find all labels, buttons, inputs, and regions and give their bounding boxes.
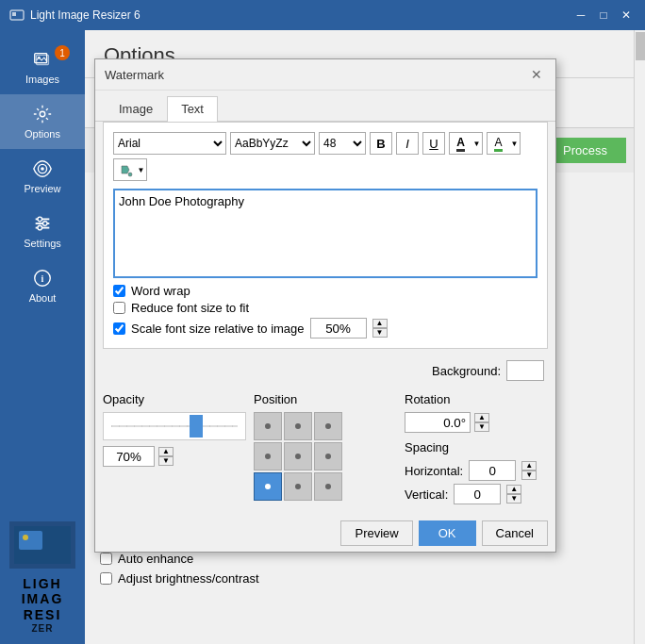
horizontal-spinner: ▲ ▼ — [521, 461, 537, 480]
sidebar-item-about-label: About — [29, 292, 57, 304]
watermark-color-button[interactable] — [113, 158, 136, 181]
italic-button[interactable]: I — [396, 132, 419, 155]
scale-font-label: Scale font size relative to image — [131, 322, 305, 336]
opacity-slider-container — [103, 412, 246, 440]
svg-rect-17 — [19, 531, 42, 550]
images-badge: 1 — [55, 45, 70, 60]
horizontal-label: Horizontal: — [405, 464, 463, 478]
sidebar-preview-image — [9, 521, 75, 569]
word-wrap-checkbox[interactable] — [113, 285, 125, 297]
tab-text[interactable]: Text — [167, 96, 218, 122]
opacity-thumb[interactable] — [190, 415, 203, 438]
horizontal-input[interactable] — [469, 460, 516, 481]
font-size-select[interactable]: 48 — [319, 132, 366, 155]
rotation-down[interactable]: ▼ — [474, 422, 489, 432]
dialog-tabs: Image Text — [95, 91, 555, 122]
svg-point-24 — [128, 173, 132, 176]
vertical-spacing-row: Vertical: ▲ ▼ — [405, 484, 548, 504]
pos-middle-right[interactable] — [314, 442, 342, 471]
text-color-button[interactable]: A — [449, 132, 471, 155]
opacity-down[interactable]: ▼ — [158, 456, 174, 466]
cancel-button[interactable]: Cancel — [482, 520, 548, 546]
rotation-up[interactable]: ▲ — [474, 413, 489, 422]
pos-bottom-right[interactable] — [314, 472, 342, 501]
close-button[interactable]: ✕ — [617, 6, 636, 25]
dialog-close-button[interactable]: ✕ — [527, 65, 546, 84]
scale-font-checkbox[interactable] — [113, 322, 125, 335]
vertical-down[interactable]: ▼ — [506, 494, 521, 504]
underline-button[interactable]: U — [422, 132, 445, 155]
dialog-title: Watermark — [105, 68, 164, 82]
ok-button[interactable]: OK — [419, 520, 476, 546]
pos-top-left[interactable] — [254, 412, 282, 440]
tab-image[interactable]: Image — [105, 96, 167, 121]
sidebar-item-about[interactable]: i About — [0, 258, 85, 313]
opacity-up[interactable]: ▲ — [158, 447, 174, 456]
pos-bottom-center[interactable] — [284, 472, 312, 501]
maximize-button[interactable]: □ — [594, 6, 613, 25]
scale-font-down[interactable]: ▼ — [372, 328, 388, 338]
watermark-color-group: ▼ — [113, 158, 147, 181]
opacity-value-input[interactable] — [103, 446, 155, 467]
reduce-font-row: Reduce font size to fit — [113, 301, 538, 315]
sidebar-item-settings[interactable]: Settings — [0, 204, 85, 258]
vertical-spinner: ▲ ▼ — [506, 485, 521, 504]
position-label: Position — [254, 392, 397, 406]
paint-bucket-icon — [118, 162, 133, 177]
preview-button[interactable]: Preview — [340, 520, 412, 546]
background-color-button[interactable] — [506, 360, 544, 381]
app-content: Images 1 Options Preview — [0, 30, 645, 644]
sidebar-item-images[interactable]: Images 1 — [0, 40, 85, 94]
background-row: Background: — [95, 356, 555, 385]
svg-point-12 — [42, 222, 47, 226]
reduce-font-label: Reduce font size to fit — [131, 301, 249, 315]
font-highlight-button[interactable]: A — [487, 132, 509, 155]
main-area: Options Profile: Watermark — [85, 30, 645, 644]
scale-font-input[interactable] — [310, 318, 367, 339]
font-family-select[interactable]: Arial — [113, 132, 226, 155]
pos-middle-center[interactable] — [284, 442, 312, 471]
reduce-font-checkbox[interactable] — [113, 302, 125, 314]
images-icon — [32, 49, 53, 70]
position-section: Position — [254, 392, 397, 507]
rotation-input-row: ▲ ▼ — [405, 412, 548, 433]
horizontal-up[interactable]: ▲ — [521, 461, 537, 471]
svg-point-11 — [38, 217, 42, 222]
word-wrap-label: Word wrap — [131, 284, 190, 298]
title-bar: Light Image Resizer 6 ─ □ ✕ — [0, 0, 645, 30]
watermark-color-arrow[interactable]: ▼ — [136, 158, 147, 181]
app-icon — [9, 8, 25, 23]
dialog-bottom-section: Opacity — [95, 385, 555, 515]
background-label: Background: — [432, 364, 501, 378]
sidebar-item-settings-label: Settings — [24, 238, 61, 249]
vertical-up[interactable]: ▲ — [506, 485, 521, 494]
rotation-label: Rotation — [405, 392, 548, 406]
svg-point-5 — [40, 111, 45, 117]
pos-top-right[interactable] — [314, 412, 342, 440]
text-color-arrow[interactable]: ▼ — [471, 132, 483, 155]
svg-point-13 — [38, 225, 42, 230]
scale-font-up[interactable]: ▲ — [372, 319, 388, 328]
horizontal-down[interactable]: ▼ — [521, 471, 537, 480]
minimize-button[interactable]: ─ — [571, 6, 590, 25]
options-icon — [32, 104, 53, 124]
font-highlight-arrow[interactable]: ▼ — [509, 132, 521, 155]
sidebar-item-options[interactable]: Options — [0, 94, 85, 149]
font-sample-select[interactable]: AaBbYyZz — [230, 132, 315, 155]
vertical-input[interactable] — [454, 484, 501, 504]
sidebar-item-preview[interactable]: Preview — [0, 149, 85, 204]
rotation-spacing-section: Rotation ▲ ▼ Spacing Horizontal: — [405, 392, 548, 507]
sidebar-item-options-label: Options — [25, 128, 60, 140]
pos-middle-left[interactable] — [254, 442, 282, 471]
watermark-text-input[interactable]: John Doe Photography — [113, 189, 538, 278]
opacity-value-row: ▲ ▼ — [103, 446, 246, 467]
svg-point-7 — [41, 167, 44, 171]
bold-button[interactable]: B — [370, 132, 392, 155]
watermark-dialog: Watermark ✕ Image Text — [94, 58, 556, 553]
scale-font-spinner: ▲ ▼ — [372, 319, 388, 338]
rotation-input[interactable] — [405, 412, 471, 433]
spacing-label: Spacing — [405, 440, 548, 454]
font-color-group: A ▼ — [487, 132, 521, 155]
pos-top-center[interactable] — [284, 412, 312, 440]
pos-bottom-left[interactable] — [254, 472, 282, 501]
